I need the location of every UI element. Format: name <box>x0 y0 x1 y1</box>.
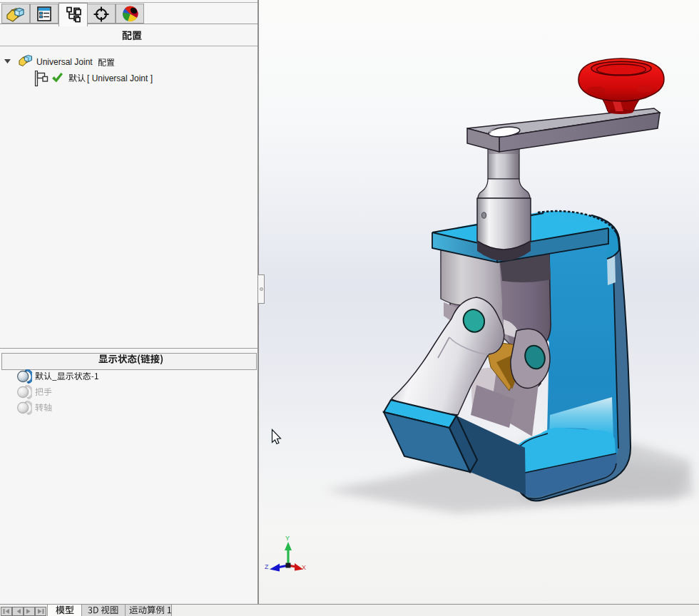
svg-text:Z: Z <box>265 563 269 570</box>
svg-text:Y: Y <box>285 535 290 542</box>
svg-text:X: X <box>302 564 306 571</box>
